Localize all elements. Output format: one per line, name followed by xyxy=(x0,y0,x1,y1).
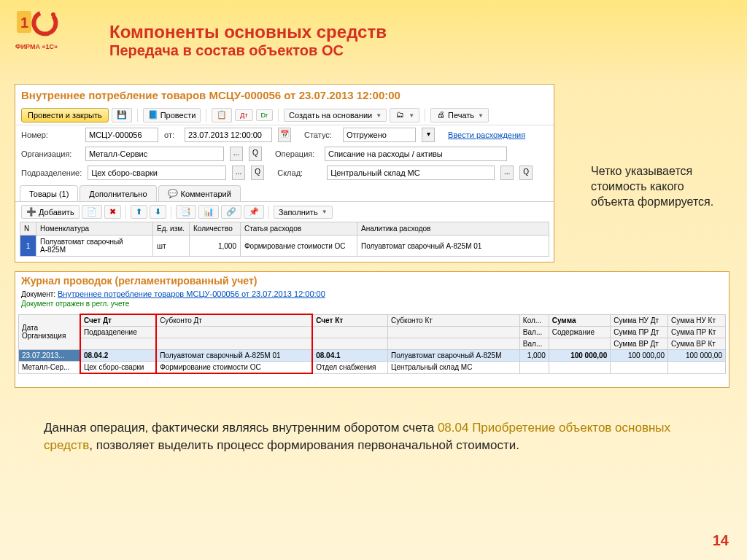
header-subtitle: Передача в состав объектов ОС xyxy=(109,42,387,59)
jh-date: ДатаОрганизация xyxy=(19,314,80,350)
jr-qty: 1,000 xyxy=(519,350,549,362)
dt-kt-button[interactable]: Дт xyxy=(235,109,252,121)
jr-sub-kt2: Центральный склад МС xyxy=(388,362,520,374)
dr-cr-button[interactable]: Dr xyxy=(256,109,274,121)
save-button[interactable]: 💾 xyxy=(112,108,132,122)
post-button[interactable]: 📘Провести xyxy=(143,108,201,122)
document-panel: Внутреннее потребление товаров МСЦУ-0000… xyxy=(15,84,554,262)
delete-button[interactable]: ✖ xyxy=(104,205,121,219)
org-choose-button[interactable]: ... xyxy=(230,147,243,161)
note-right: Четко указывается стоимость какого объек… xyxy=(591,164,729,209)
subdiv-open-button[interactable]: Q xyxy=(251,166,264,180)
post-icon: 📘 xyxy=(148,110,158,120)
copy-icon: 📄 xyxy=(87,207,97,217)
journal-row[interactable]: 23.07.2013... 08.04.2 Полуавтомат свароч… xyxy=(19,350,726,362)
report-icon: 📋 xyxy=(217,110,227,120)
jr-sum: 100 000,00 xyxy=(549,350,611,362)
journal-doc-link[interactable]: Внутреннее потребление товаров МСЦУ-0000… xyxy=(58,289,325,298)
tab-comment[interactable]: 💬Комментарий xyxy=(158,185,241,201)
col-nom: Номенклатура xyxy=(36,222,153,236)
subdiv-label: Подразделение: xyxy=(21,168,82,177)
oper-label: Операция: xyxy=(275,149,319,158)
table-row[interactable]: 1 Полуавтомат сварочный А-825М шт 1,000 … xyxy=(20,236,549,257)
col-unit: Ед. изм. xyxy=(153,222,190,236)
action2-button[interactable]: 📊 xyxy=(198,205,219,219)
jr-sub-kt: Полуавтомат сварочный А-825М xyxy=(388,350,520,362)
number-field[interactable] xyxy=(85,128,158,142)
cell-unit: шт xyxy=(153,236,190,257)
jh-sub-dt: Субконто Дт xyxy=(156,314,312,327)
journal-panel: Журнал проводок (регламентированный учет… xyxy=(15,271,729,388)
logo-text: ФИРМА «1С» xyxy=(11,43,62,50)
page-number: 14 xyxy=(713,532,729,549)
status-dd-button[interactable]: ▾ xyxy=(422,128,435,142)
plus-icon: ➕ xyxy=(26,207,36,217)
create-based-button[interactable]: Создать на основании▼ xyxy=(284,109,387,122)
logo: 1 ФИРМА «1С» xyxy=(11,7,62,50)
comment-icon: 💬 xyxy=(168,189,178,198)
move-down-button[interactable]: ⬇ xyxy=(150,205,166,219)
date-field[interactable] xyxy=(185,128,272,142)
calendar-button[interactable]: 📅 xyxy=(278,128,291,142)
jh-sub-kt: Субконто Кт xyxy=(388,314,520,327)
status-field[interactable] xyxy=(343,128,416,142)
svg-point-2 xyxy=(51,12,55,17)
wh-choose-button[interactable]: ... xyxy=(500,166,514,180)
col-n: N xyxy=(20,222,36,236)
warehouse-field[interactable] xyxy=(327,166,495,180)
fill-button[interactable]: Заполнить▼ xyxy=(274,206,333,219)
journal-row2[interactable]: Металл-Сер... Цех сборо-сварки Формирова… xyxy=(19,362,726,374)
a4-icon: 📌 xyxy=(249,207,259,217)
jh-subdiv: Подразделение xyxy=(80,327,156,338)
struct-button[interactable]: 🗂▼ xyxy=(390,108,419,122)
org-open-button[interactable]: Q xyxy=(249,147,262,161)
discrepancy-link[interactable]: Ввести расхождения xyxy=(448,131,525,139)
dtkt-icon: Дт xyxy=(240,112,247,119)
col-qty: Количество xyxy=(190,222,241,236)
jh-qty: Кол... xyxy=(519,314,549,327)
jh-nu-dt: Сумма НУ Дт xyxy=(611,314,668,327)
jr-subdiv: Цех сборо-сварки xyxy=(80,362,156,374)
subdiv-choose-button[interactable]: ... xyxy=(232,166,245,180)
wh-open-button[interactable]: Q xyxy=(519,166,533,180)
action3-button[interactable]: 🔗 xyxy=(221,205,241,219)
delete-icon: ✖ xyxy=(109,207,116,217)
a3-icon: 🔗 xyxy=(226,207,236,217)
tab-additional[interactable]: Дополнительно xyxy=(80,185,156,201)
jh-sum: Сумма xyxy=(549,314,611,327)
cell-nom: Полуавтомат сварочный А-825М xyxy=(36,236,153,257)
post-and-close-button[interactable]: Провести и закрыть xyxy=(21,108,109,122)
jh-nu-kt: Сумма НУ Кт xyxy=(668,314,726,327)
jh-content: Содержание xyxy=(549,327,611,338)
cell-n: 1 xyxy=(20,236,36,257)
1c-logo-icon: 1 xyxy=(11,7,62,40)
tabs: Товары (1) Дополнительно 💬Комментарий xyxy=(15,185,554,202)
journal-table: ДатаОрганизация Счет Дт Субконто Дт Счет… xyxy=(18,314,726,374)
jr-sub-dt2: Формирование стоимости ОС xyxy=(156,362,312,374)
tab-goods[interactable]: Товары (1) xyxy=(20,185,78,201)
drcr-icon: Dr xyxy=(261,112,268,119)
jh-pr-kt: Сумма ПР Кт xyxy=(668,327,726,338)
org-field[interactable] xyxy=(85,147,224,161)
move-up-button[interactable]: ⬆ xyxy=(131,205,147,219)
subdiv-field[interactable] xyxy=(88,166,226,180)
action4-button[interactable]: 📌 xyxy=(244,205,264,219)
cell-qty: 1,000 xyxy=(190,236,241,257)
report-button[interactable]: 📋 xyxy=(212,108,232,122)
action1-button[interactable]: 📑 xyxy=(176,205,196,219)
jr-kt: 08.04.1 xyxy=(312,350,387,362)
jr-nu-dt: 100 000,00 xyxy=(611,350,668,362)
note-bottom: Данная операция, фактически являясь внут… xyxy=(44,419,700,454)
add-button[interactable]: ➕Добавить xyxy=(21,205,80,219)
copy-button[interactable]: 📄 xyxy=(82,205,102,219)
journal-status: Документ отражен в регл. учете xyxy=(15,300,729,311)
print-icon: 🖨 xyxy=(436,110,446,120)
page-header: Компоненты основных средств Передача в с… xyxy=(109,22,387,59)
oper-field[interactable] xyxy=(325,147,507,161)
up-icon: ⬆ xyxy=(136,207,142,217)
a1-icon: 📑 xyxy=(181,207,191,217)
print-button[interactable]: 🖨Печать▼ xyxy=(430,108,489,122)
cell-analytic: Полуавтомат сварочный А-825М 01 xyxy=(357,236,549,257)
down-icon: ⬇ xyxy=(155,207,161,217)
save-icon: 💾 xyxy=(117,110,127,120)
